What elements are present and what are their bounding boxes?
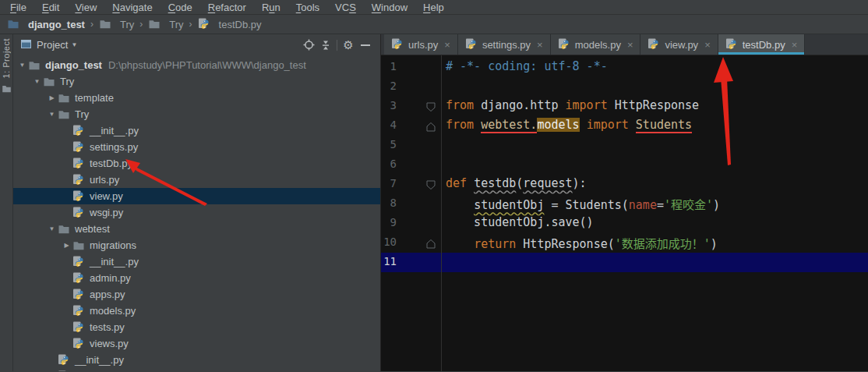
python-file-icon [72, 174, 85, 186]
tree-item-webtest[interactable]: ▼webtest [13, 221, 380, 237]
tree-item-tests.py[interactable]: tests.py [13, 319, 380, 335]
menu-help[interactable]: Help [415, 2, 452, 13]
code-line-8[interactable]: 8 studentObj = Students(name='程咬金') [381, 194, 868, 214]
tree-item-django_test[interactable]: ▼django_testD:\phpstudy\PHPTutorial\WWW\… [13, 57, 380, 73]
editor-tab-urls.py[interactable]: urls.py× [384, 34, 458, 55]
python-file-icon [58, 354, 70, 367]
tree-item-Try[interactable]: ▼Try [13, 106, 380, 122]
menu-code[interactable]: Code [161, 2, 200, 13]
fold-marker-end[interactable] [426, 121, 436, 135]
menu-refactor[interactable]: Refactor [200, 2, 254, 13]
tree-item-__init__.py[interactable]: __init__.py [13, 253, 380, 270]
tree-item-label: settings.py [90, 141, 138, 153]
menu-view[interactable]: View [67, 2, 104, 13]
menu-edit[interactable]: Edit [34, 2, 67, 13]
chevron-collapsed-icon[interactable]: ▶ [46, 94, 58, 101]
tree-item-label: models.py [90, 305, 136, 317]
editor-tab-settings.py[interactable]: settings.py× [458, 34, 551, 55]
code-line-6[interactable]: 6 [381, 155, 868, 175]
fold-marker-start[interactable] [426, 101, 436, 115]
code-line-7[interactable]: 7def testdb(request): [381, 175, 868, 194]
tree-item-testDb.py[interactable]: testDb.py [13, 155, 380, 172]
line-number: 8 [383, 197, 397, 209]
fold-marker-end[interactable] [426, 238, 436, 252]
code-line-4[interactable]: 4from webtest.models import Students [381, 116, 868, 136]
settings-gear-icon[interactable]: ⚙ [340, 37, 357, 53]
breadcrumb-separator: › [139, 19, 143, 30]
chevron-expanded-icon[interactable]: ▼ [46, 111, 58, 118]
chevron-collapsed-icon[interactable]: ▶ [61, 242, 72, 249]
close-icon[interactable]: × [792, 39, 798, 51]
editor-area: urls.py× settings.py× models.py× view.py… [381, 34, 868, 371]
tree-item-label: views.py [90, 338, 129, 349]
close-icon[interactable]: × [537, 39, 543, 51]
tree-item-migrations[interactable]: ▶migrations [13, 237, 380, 253]
line-number: 6 [383, 158, 397, 170]
breadcrumb-item-try[interactable]: Try [148, 18, 183, 30]
tab-label: testDb.py [743, 39, 785, 51]
menu-file[interactable]: File [2, 2, 34, 13]
code-text: studentObj.save() [446, 215, 594, 229]
chevron-expanded-icon[interactable]: ▼ [31, 78, 43, 85]
tool-window-icon [21, 38, 31, 52]
editor-tab-testDb.py[interactable]: testDb.py× [718, 34, 806, 55]
code-text: from webtest.models import Students [446, 118, 692, 132]
code-text: from django.http import HttpResponse [446, 98, 699, 112]
folder-icon [148, 18, 161, 30]
tree-item-models.py[interactable]: models.py [13, 303, 380, 319]
python-file-icon [58, 370, 70, 372]
project-stripe-tab[interactable]: 1: Project [2, 38, 11, 78]
menu-bar: FileEditViewNavigateCodeRefactorRunTools… [0, 0, 868, 15]
folder-icon [58, 92, 70, 105]
tree-item-label: django_test [45, 59, 102, 71]
breadcrumb-item-django_test[interactable]: django_test [7, 18, 85, 30]
code-line-3[interactable]: 3from django.http import HttpResponse [381, 97, 868, 116]
tree-item-settings.py[interactable]: settings.py [13, 139, 380, 155]
close-icon[interactable]: × [627, 39, 633, 51]
menu-navigate[interactable]: Navigate [104, 2, 160, 13]
hide-panel-icon[interactable] [357, 37, 374, 53]
tree-item-template[interactable]: ▶template [13, 90, 380, 106]
tree-item-views.py[interactable]: views.py [13, 335, 380, 352]
breadcrumb-item-testdb.py[interactable]: testDb.py [198, 18, 262, 30]
code-line-9[interactable]: 9 studentObj.save() [381, 214, 868, 233]
folder-icon [72, 239, 85, 252]
menu-vcs[interactable]: VCS [327, 2, 364, 13]
tree-item-admin.py[interactable]: admin.py [13, 270, 380, 286]
breadcrumb-item-try[interactable]: Try [99, 18, 134, 30]
editor-tab-view.py[interactable]: view.py× [640, 34, 718, 55]
chevron-expanded-icon[interactable]: ▼ [46, 225, 58, 232]
locate-icon[interactable] [300, 37, 317, 53]
tree-item-wsgi.py[interactable]: wsgi.py [13, 204, 380, 221]
code-line-5[interactable]: 5 [381, 136, 868, 155]
menu-window[interactable]: Window [364, 2, 415, 13]
line-number: 10 [383, 236, 397, 248]
python-file-icon [72, 289, 85, 301]
code-editor[interactable]: 1# -*- coding: utf-8 -*-23from django.ht… [381, 55, 868, 371]
code-line-11[interactable]: 11 [381, 253, 868, 272]
tree-item-label: migrations [90, 239, 136, 251]
close-icon[interactable]: × [704, 39, 711, 51]
python-file-icon [465, 38, 478, 51]
chevron-expanded-icon[interactable]: ▼ [16, 62, 28, 69]
menu-run[interactable]: Run [254, 2, 288, 13]
tree-item-__init__.py[interactable]: __init__.py [13, 352, 380, 368]
chevron-down-icon[interactable]: ▼ [71, 41, 77, 48]
project-panel-title[interactable]: Project [37, 39, 68, 51]
tree-item-view.py[interactable]: view.py [13, 188, 380, 204]
menu-tools[interactable]: Tools [288, 2, 327, 13]
folder-icon [28, 59, 41, 72]
code-line-1[interactable]: 1# -*- coding: utf-8 -*- [381, 58, 868, 77]
close-icon[interactable]: × [444, 39, 450, 51]
code-line-10[interactable]: 10 return HttpResponse('数据添加成功！') [381, 233, 868, 253]
editor-tab-models.py[interactable]: models.py× [551, 34, 641, 55]
fold-marker-start[interactable] [426, 179, 436, 193]
code-line-2[interactable]: 2 [381, 77, 868, 97]
tree-item-Try[interactable]: ▼Try [13, 73, 380, 90]
tree-item-apps.py[interactable]: apps.py [13, 286, 380, 303]
tree-item-__init__.py[interactable]: __init__.py [13, 122, 380, 139]
collapse-all-icon[interactable] [317, 37, 334, 53]
tree-item-clipped[interactable] [13, 368, 380, 371]
tree-item-label: Try [75, 108, 89, 120]
tree-item-urls.py[interactable]: urls.py [13, 172, 380, 188]
